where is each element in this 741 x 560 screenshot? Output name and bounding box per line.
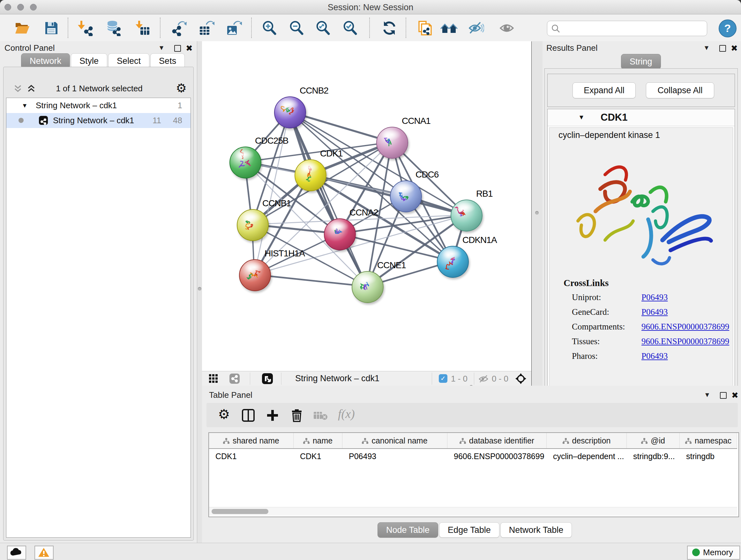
column-header-3[interactable]: database identifier (448, 433, 547, 448)
close-panel-icon[interactable]: ✖ (731, 392, 738, 398)
column-header-6[interactable]: namespac (680, 433, 737, 448)
float-panel-icon[interactable]: ▾ (705, 390, 709, 399)
add-column-icon[interactable] (266, 409, 279, 423)
crosslink-link[interactable]: 9606.ENSP00000378699 (642, 322, 729, 332)
column-header-1[interactable]: name (293, 433, 342, 448)
import-network-file-icon[interactable] (78, 20, 94, 36)
network-canvas[interactable]: CCNB2CCNA1CDC25BCDK1CDC6RB1CCNB1CCNA2CDK… (202, 41, 531, 371)
crosslink-link[interactable]: P06493 (642, 351, 668, 361)
import-table-file-icon[interactable] (135, 20, 151, 36)
hide-selected-icon[interactable] (468, 20, 484, 36)
table-cell[interactable]: CDK1 (215, 449, 292, 463)
tab-node-table[interactable]: Node Table (378, 522, 438, 538)
column-header-2[interactable]: canonical name (342, 433, 448, 448)
scrollbar-thumb[interactable] (212, 509, 268, 514)
float-panel-icon[interactable]: ▾ (704, 43, 709, 52)
node-label-ccnb2: CCNB2 (300, 85, 328, 96)
column-header-0[interactable]: shared name (209, 433, 293, 448)
table-options-gear-icon[interactable]: ⚙ (218, 408, 230, 422)
maximize-panel-icon[interactable] (174, 45, 181, 52)
show-columns-icon[interactable] (242, 409, 255, 423)
table-cell[interactable]: P06493 (349, 449, 446, 463)
maximize-panel-icon[interactable] (720, 392, 727, 399)
memory-button[interactable]: Memory (687, 546, 740, 560)
horizontal-scrollbar[interactable] (209, 507, 737, 516)
tab-network-table[interactable]: Network Table (500, 522, 572, 538)
network-collection-row[interactable]: ▼ String Network – cdk1 1 (6, 98, 191, 113)
tab-edge-table[interactable]: Edge Table (439, 522, 499, 538)
selected-checkbox-icon[interactable]: ✓ (439, 374, 448, 383)
import-network-database-icon[interactable] (105, 20, 121, 36)
collapse-all-networks-icon[interactable] (13, 84, 23, 93)
network-options-gear-icon[interactable]: ⚙ (176, 81, 187, 95)
zoom-selected-icon[interactable] (342, 20, 358, 36)
hidden-eye-slash-icon[interactable] (478, 374, 488, 385)
collapse-all-button[interactable]: Collapse All (646, 82, 714, 98)
warnings-button[interactable] (35, 546, 54, 560)
open-session-icon[interactable] (14, 20, 30, 36)
network-node-rb1[interactable] (451, 199, 482, 232)
network-node-hist1h1a[interactable] (239, 259, 271, 291)
table-cell[interactable]: 9606.ENSP00000378699 (454, 449, 545, 463)
copy-network-icon[interactable] (416, 20, 432, 36)
export-table-icon[interactable] (199, 20, 214, 36)
vertical-splitter[interactable] (532, 41, 542, 386)
cloud-button[interactable] (7, 546, 26, 560)
crosslink-link[interactable]: 9606.ENSP00000378699 (642, 336, 729, 347)
network-node-ccnb2[interactable] (274, 97, 306, 128)
section-collapse-icon[interactable]: ▼ (578, 114, 585, 121)
first-neighbors-icon[interactable] (441, 20, 456, 36)
table-cell[interactable]: cyclin–dependent ... (553, 449, 625, 463)
tab-network[interactable]: Network (21, 53, 70, 69)
network-row-selected[interactable]: String Network – cdk1 11 48 (6, 113, 191, 128)
zoom-in-icon[interactable] (262, 20, 278, 36)
network-node-cdkn1a[interactable] (437, 246, 469, 278)
search-input[interactable] (564, 22, 702, 34)
network-node-ccne1[interactable] (352, 271, 384, 303)
network-edge[interactable] (254, 274, 367, 287)
expand-all-button[interactable]: Expand All (572, 82, 636, 98)
delete-column-icon[interactable] (290, 408, 304, 423)
table-cell[interactable]: CDK1 (300, 449, 341, 463)
tab-sets[interactable]: Sets (150, 53, 185, 69)
tree-expand-icon[interactable]: ▼ (22, 98, 28, 113)
show-all-icon[interactable] (499, 20, 515, 36)
column-header-5[interactable]: @id (627, 433, 680, 448)
zoom-out-icon[interactable] (289, 20, 305, 36)
network-node-ccnb1[interactable] (237, 209, 269, 241)
float-panel-icon[interactable]: ▾ (159, 43, 163, 52)
search-field[interactable] (547, 21, 707, 36)
column-header-4[interactable]: description (547, 433, 627, 448)
help-button[interactable]: ? (719, 19, 737, 37)
expand-all-networks-icon[interactable] (26, 84, 36, 93)
table-cell[interactable]: stringdb (686, 449, 736, 463)
close-panel-icon[interactable]: ✖ (731, 45, 738, 51)
tab-select[interactable]: Select (108, 53, 149, 69)
birdseye-view-icon[interactable] (262, 373, 273, 384)
network-node-ccna1[interactable] (376, 127, 408, 159)
zoom-fit-icon[interactable] (315, 20, 331, 36)
network-node-cdc6[interactable] (390, 180, 422, 212)
network-node-cdc25b[interactable] (229, 146, 261, 179)
function-builder-icon[interactable]: f(x) (338, 407, 355, 421)
save-session-icon[interactable] (44, 20, 59, 36)
network-node-cdk1[interactable] (294, 159, 327, 191)
grid-view-icon[interactable] (209, 374, 218, 384)
close-panel-icon[interactable]: ✖ (186, 45, 193, 51)
crosslink-link[interactable]: P06493 (642, 307, 668, 317)
protein-structure-image (557, 144, 723, 272)
network-app-badge-icon[interactable] (229, 374, 240, 384)
export-network-icon[interactable] (171, 20, 187, 36)
delete-table-icon[interactable] (313, 411, 328, 422)
network-node-ccna2[interactable] (324, 219, 356, 250)
refresh-view-icon[interactable] (381, 20, 397, 36)
tab-string-results[interactable]: String (621, 54, 661, 69)
table-cell[interactable]: stringdb:9... (633, 449, 678, 463)
pan-crosshair-icon[interactable] (515, 373, 527, 386)
vertical-splitter[interactable] (197, 41, 202, 543)
network-edge[interactable] (289, 112, 367, 287)
crosslink-link[interactable]: P06493 (642, 293, 668, 302)
maximize-panel-icon[interactable] (719, 45, 726, 52)
export-image-icon[interactable] (226, 20, 242, 36)
tab-style[interactable]: Style (71, 53, 107, 69)
